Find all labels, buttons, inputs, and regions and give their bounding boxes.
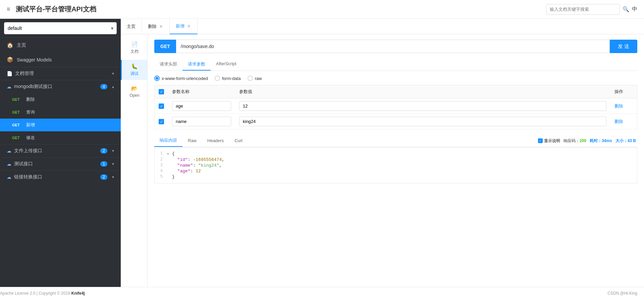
footer-csdn: CSDN @Hi-King (607, 291, 644, 296)
api-item-modify[interactable]: GET 修改 (0, 131, 121, 144)
project-select[interactable]: default (4, 22, 117, 34)
mongodb-arrow: ▴ (112, 84, 114, 89)
row1-checkbox[interactable] (159, 103, 164, 109)
link-convert-icon: ☁ (7, 174, 11, 180)
tab-home-label: 主页 (127, 24, 136, 30)
search-button[interactable]: 🔍 (623, 6, 629, 12)
home-icon: 🏠 (7, 42, 13, 48)
sidebar-group-mongodb-header[interactable]: ☁ mongodb测试接口 4 ▴ (0, 80, 121, 93)
tab-new-close[interactable]: ✕ (186, 23, 191, 29)
sub-tab-headers[interactable]: 请求头部 (154, 58, 182, 71)
resp-time: 耗时：34ms (590, 138, 612, 144)
sidebar-group-file-upload: ☁ 文件上传接口 2 ▾ (0, 144, 121, 157)
footer-text: Apache License 2.0 | Copyright © 2019-Kn… (0, 291, 85, 296)
resp-size-value: 43 B (628, 138, 636, 143)
table-row: 删除 (155, 98, 637, 114)
show-desc-check-box (538, 138, 543, 143)
row2-name-input[interactable] (172, 117, 231, 126)
resp-tab-content[interactable]: 响应内容 (154, 135, 182, 147)
side-nav: 📄 文档 🐛 调试 📂 Open (121, 34, 148, 287)
show-desc-label: 显示说明 (544, 138, 560, 144)
radio-urlencoded[interactable]: x-www-form-urlencoded (154, 76, 208, 81)
api-item-delete[interactable]: GET 删除 (0, 93, 121, 106)
line-num-5: 5 (155, 174, 167, 179)
api-item-query[interactable]: GET 查询 (0, 106, 121, 119)
api-item-new[interactable]: GET 新增 (0, 119, 121, 131)
side-nav-doc-label: 文档 (130, 49, 139, 54)
line-toggle-3 (167, 163, 172, 168)
row1-name-cell (168, 98, 235, 114)
right-panel: 📄 文档 🐛 调试 📂 Open GET 发 送 (121, 34, 644, 287)
tab-delete-close[interactable]: ✕ (159, 24, 163, 30)
resp-tab-raw[interactable]: Raw (182, 135, 202, 146)
file-upload-badge: 2 (100, 148, 107, 154)
send-button[interactable]: 发 送 (610, 40, 637, 53)
th-check (155, 85, 168, 98)
line-content-1: { (172, 151, 637, 156)
line-toggle-1[interactable]: ▾ (167, 151, 172, 157)
line-content-3: "name": "king24", (172, 163, 637, 168)
code-line-3: 3 "name": "king24", (155, 163, 637, 168)
link-convert-badge: 2 (100, 174, 107, 180)
row1-value-cell (235, 98, 610, 114)
search-input[interactable] (546, 4, 620, 15)
line-num-3: 3 (155, 163, 167, 168)
sidebar-item-home[interactable]: 🏠 主页 (0, 38, 121, 52)
sub-tab-afterscript[interactable]: AfterScript (211, 58, 242, 71)
api-content: GET 发 送 请求头部 请求参数 AfterScript (148, 34, 644, 287)
doc-icon: 📄 (131, 41, 138, 47)
sidebar-group-test-api-header[interactable]: ☁ 测试接口 1 ▾ (0, 158, 121, 170)
tab-home[interactable]: 主页 (121, 19, 142, 34)
tab-delete[interactable]: 删除 ✕ (142, 19, 170, 34)
link-convert-label: 链接转换接口 (14, 174, 98, 180)
resp-tab-curl[interactable]: Curl (229, 135, 248, 146)
code-line-4: 4 "age": 12 (155, 168, 637, 174)
check-all[interactable] (159, 89, 164, 94)
row1-value-input[interactable] (239, 101, 606, 111)
row2-value-input[interactable] (239, 117, 606, 126)
row2-checkbox[interactable] (159, 119, 164, 124)
side-nav-doc[interactable]: 📄 文档 (121, 38, 147, 58)
line-content-4: "age": 12 (172, 169, 637, 174)
row1-name-input[interactable] (172, 101, 231, 111)
row1-delete-btn[interactable]: 删除 (614, 103, 623, 109)
line-content-5: } (172, 174, 637, 179)
side-nav-open[interactable]: 📂 Open (121, 82, 147, 101)
tab-new[interactable]: 新增 ✕ (170, 19, 198, 34)
radio-raw[interactable]: raw (248, 76, 262, 81)
url-bar: GET 发 送 (154, 40, 637, 53)
lang-button[interactable]: 中 (632, 6, 637, 13)
sidebar-item-swagger[interactable]: 📦 Swagger Models (0, 52, 121, 67)
footer-brand: Knife4j (71, 291, 85, 296)
side-nav-open-label: Open (129, 93, 139, 98)
resp-meta: 显示说明 响应码：200 耗时：34ms 大小：43 B (538, 138, 637, 144)
tab-new-label: 新增 (176, 23, 184, 29)
row2-action-cell: 删除 (610, 114, 637, 129)
resp-tab-headers[interactable]: Headers (202, 135, 229, 146)
sub-tabs: 请求头部 请求参数 AfterScript (154, 58, 637, 71)
method-get-query: GET (12, 110, 23, 114)
show-desc-checkbox[interactable]: 显示说明 (538, 138, 560, 144)
row1-action-cell: 删除 (610, 98, 637, 114)
doc-mgmt-icon: 📄 (7, 71, 12, 76)
sidebar-group-link-convert-header[interactable]: ☁ 链接转换接口 2 ▾ (0, 171, 121, 183)
swagger-icon: 📦 (7, 56, 13, 63)
th-param-action: 操作 (610, 85, 637, 98)
row2-delete-btn[interactable]: 删除 (614, 119, 623, 124)
sub-tab-params[interactable]: 请求参数 (182, 58, 211, 71)
side-nav-debug[interactable]: 🐛 调试 (121, 60, 147, 80)
sidebar-group-file-upload-header[interactable]: ☁ 文件上传接口 2 ▾ (0, 144, 121, 157)
url-input[interactable] (176, 40, 610, 53)
test-api-badge: 1 (100, 161, 107, 167)
line-toggle-5 (167, 174, 172, 179)
menu-icon[interactable]: ≡ (7, 6, 10, 13)
link-convert-arrow: ▾ (112, 175, 114, 179)
sidebar-group-doc-mgmt-header[interactable]: 📄 文档管理 ▾ (0, 67, 121, 80)
code-line-1: 1 ▾ { (155, 151, 637, 157)
test-api-icon: ☁ (7, 161, 11, 167)
file-upload-label: 文件上传接口 (14, 148, 98, 154)
line-toggle-4 (167, 169, 172, 174)
debug-icon: 🐛 (131, 63, 138, 70)
method-get-modify: GET (12, 136, 23, 140)
radio-formdata[interactable]: form-data (215, 76, 241, 81)
